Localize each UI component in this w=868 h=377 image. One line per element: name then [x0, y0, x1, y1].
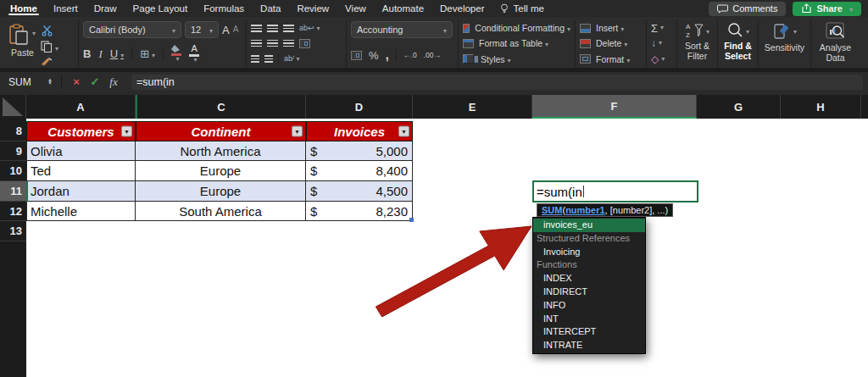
- cell-a10[interactable]: Ted: [26, 161, 136, 181]
- tab-developer[interactable]: Developer: [440, 0, 484, 17]
- autosum-button[interactable]: Σ: [651, 21, 672, 35]
- cell-styles-button[interactable]: Cell Styles: [463, 53, 570, 66]
- insert-function-button[interactable]: fx: [104, 75, 123, 89]
- sum-function-link[interactable]: SUM: [542, 205, 562, 215]
- tab-page-layout[interactable]: Page Layout: [133, 0, 188, 17]
- autocomplete-item-intercept[interactable]: INTERCEPT: [533, 325, 645, 339]
- autocomplete-item-invoices-eu[interactable]: invoices_eu: [533, 219, 645, 232]
- tab-automate[interactable]: Automate: [382, 0, 424, 17]
- delete-cells-button[interactable]: Delete: [580, 36, 642, 50]
- align-top-icon[interactable]: [251, 25, 262, 32]
- column-header-g[interactable]: G: [697, 95, 781, 119]
- tell-me-button[interactable]: Tell me: [500, 3, 543, 14]
- merge-center-button[interactable]: [299, 39, 310, 48]
- row-header-11[interactable]: 11: [0, 181, 26, 202]
- increase-indent-icon[interactable]: [264, 55, 273, 63]
- tab-home[interactable]: Home: [10, 0, 37, 17]
- cell-c11[interactable]: Europe: [136, 181, 306, 202]
- tab-view[interactable]: View: [345, 0, 366, 17]
- column-header-d[interactable]: D: [306, 95, 413, 119]
- number1-arg-link[interactable]: number1: [565, 205, 604, 215]
- increase-decimal-button[interactable]: ←.0: [403, 52, 417, 59]
- filter-dropdown-button[interactable]: ▼: [292, 126, 303, 137]
- cell-c8-continent-header[interactable]: Continent ▼: [136, 121, 306, 141]
- row-header-13[interactable]: 13: [0, 221, 26, 241]
- font-size-select[interactable]: 12: [185, 21, 219, 38]
- cell-c12[interactable]: South America: [136, 202, 306, 221]
- italic-button[interactable]: I: [98, 48, 102, 59]
- filter-dropdown-button[interactable]: ▼: [121, 126, 132, 137]
- autocomplete-item-invoicing[interactable]: Invoicing: [533, 246, 645, 259]
- align-center-icon[interactable]: [267, 40, 278, 47]
- conditional-formatting-button[interactable]: Conditional Formatting: [463, 21, 570, 35]
- cell-c9[interactable]: North America: [136, 141, 306, 161]
- analyse-data-button[interactable]: AnalyseData: [810, 19, 860, 68]
- active-cell-f11-editor[interactable]: =sum(in: [532, 180, 698, 202]
- decrease-decimal-button[interactable]: .00→: [424, 52, 441, 59]
- tab-review[interactable]: Review: [297, 0, 329, 17]
- row-header-12[interactable]: 12: [0, 202, 26, 221]
- font-color-button[interactable]: A: [189, 44, 199, 64]
- row-header-9[interactable]: 9: [0, 141, 26, 161]
- cell-d8-invoices-header[interactable]: Invoices ▼: [306, 121, 413, 141]
- insert-cells-button[interactable]: Insert: [580, 21, 642, 35]
- format-painter-button[interactable]: [41, 57, 58, 68]
- fill-color-button[interactable]: [171, 45, 181, 63]
- cell-a9[interactable]: Olivia: [26, 141, 136, 161]
- format-as-table-button[interactable]: Format as Table: [463, 36, 570, 50]
- align-right-icon[interactable]: [283, 40, 294, 47]
- percent-style-button[interactable]: %: [369, 50, 379, 61]
- select-all-corner[interactable]: [0, 95, 26, 119]
- cut-button[interactable]: [41, 25, 58, 36]
- autocomplete-item-info[interactable]: INFO: [533, 299, 645, 313]
- align-bottom-icon[interactable]: [283, 25, 294, 32]
- decrease-indent-icon[interactable]: [251, 55, 259, 63]
- align-left-icon[interactable]: [251, 40, 262, 47]
- name-box[interactable]: SUM: [0, 76, 44, 88]
- row-header-8[interactable]: 8: [0, 121, 26, 141]
- sort-filter-button[interactable]: AZ Sort &Filter: [676, 19, 717, 68]
- formula-input[interactable]: =sum(in: [131, 75, 863, 90]
- tab-draw[interactable]: Draw: [94, 0, 117, 17]
- confirm-entry-button[interactable]: ✓: [86, 75, 104, 88]
- underline-button[interactable]: U: [110, 48, 124, 59]
- comma-style-button[interactable]: ,: [386, 48, 389, 62]
- tab-data[interactable]: Data: [260, 0, 281, 17]
- filter-dropdown-button[interactable]: ▼: [398, 126, 409, 137]
- name-box-stepper[interactable]: ▲ ▼: [44, 79, 56, 85]
- cell-a12[interactable]: Michelle: [26, 202, 136, 221]
- autocomplete-item-indirect[interactable]: INDIRECT: [533, 286, 645, 299]
- row-header-10[interactable]: 10: [0, 161, 26, 181]
- accounting-format-button[interactable]: [351, 51, 362, 60]
- number-format-select[interactable]: Accounting: [351, 21, 453, 38]
- cell-d10[interactable]: $ 8,400: [306, 161, 413, 181]
- column-header-a[interactable]: A: [26, 95, 136, 119]
- column-header-h[interactable]: H: [781, 95, 861, 119]
- format-cells-button[interactable]: Format: [580, 53, 642, 66]
- tab-formulas[interactable]: Formulas: [203, 0, 244, 17]
- comments-button[interactable]: Comments: [709, 2, 786, 16]
- autocomplete-item-index[interactable]: INDEX: [533, 272, 645, 286]
- paste-button[interactable]: Paste: [9, 21, 36, 66]
- wrap-text-button[interactable]: ab↩: [299, 25, 320, 32]
- orientation-button[interactable]: ab∕: [284, 55, 300, 63]
- cell-d9[interactable]: $ 5,000: [306, 141, 413, 161]
- clear-button[interactable]: ◇: [651, 53, 672, 66]
- font-name-select[interactable]: Calibri (Body): [83, 21, 181, 38]
- fill-down-button[interactable]: ↓: [651, 36, 672, 50]
- copy-button[interactable]: [41, 39, 58, 54]
- column-header-f[interactable]: F: [532, 95, 697, 119]
- shrink-font-button[interactable]: A: [233, 25, 239, 34]
- tab-insert[interactable]: Insert: [53, 0, 78, 17]
- column-header-c[interactable]: C: [137, 95, 306, 119]
- align-middle-icon[interactable]: [267, 25, 278, 32]
- sensitivity-button[interactable]: Sensitivity: [758, 19, 810, 68]
- autocomplete-item-intrate[interactable]: INTRATE: [533, 339, 645, 352]
- cell-c10[interactable]: Europe: [136, 161, 306, 181]
- bold-button[interactable]: B: [83, 48, 91, 59]
- cell-a8-customers-header[interactable]: Customers ▼: [26, 121, 136, 141]
- autocomplete-item-int[interactable]: INT: [533, 313, 645, 326]
- cell-d11[interactable]: $ 4,500: [306, 181, 413, 202]
- find-select-button[interactable]: Find &Select: [717, 19, 758, 68]
- grow-font-button[interactable]: A: [222, 25, 230, 36]
